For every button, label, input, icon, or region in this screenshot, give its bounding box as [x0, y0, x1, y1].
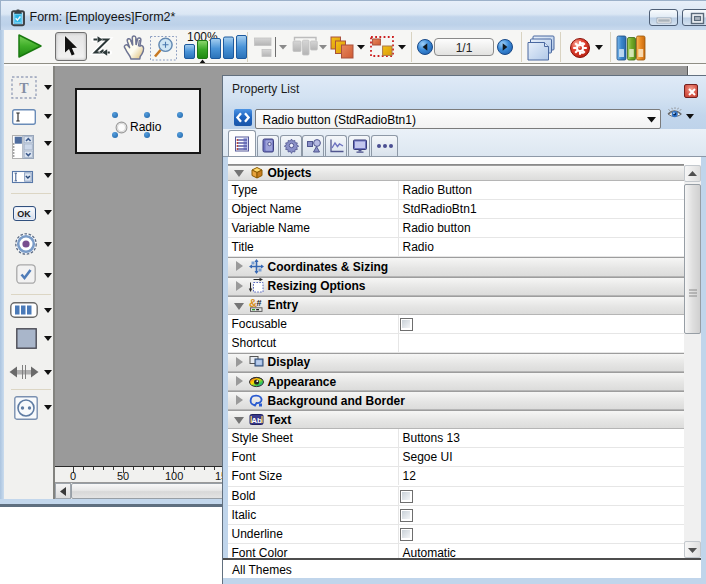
svg-text:Ab: Ab — [251, 415, 262, 424]
svg-text:T: T — [19, 81, 29, 96]
svg-text:#: # — [256, 298, 261, 308]
